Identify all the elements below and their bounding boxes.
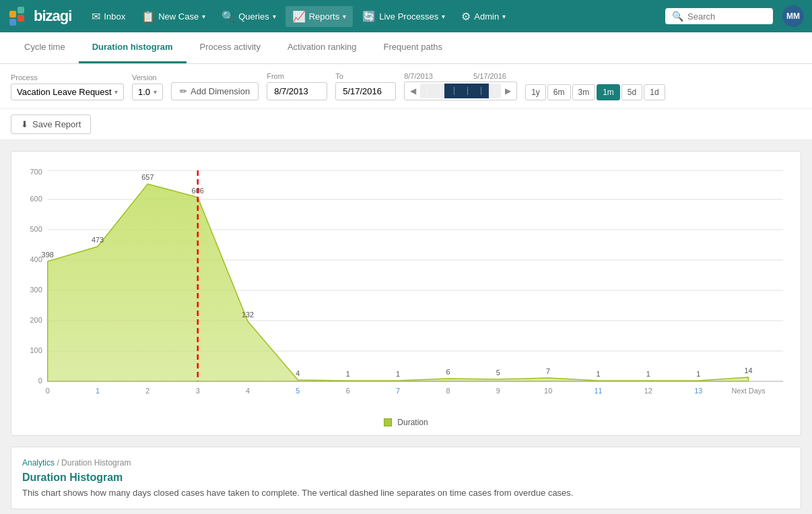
svg-text:1: 1 [396, 370, 400, 378]
tab-duration-histogram[interactable]: Duration histogram [79, 32, 187, 63]
range-start-label: 8/7/2013 [404, 72, 433, 80]
svg-text:13: 13 [694, 387, 702, 395]
range-prev-icon[interactable]: ◀ [409, 85, 417, 97]
new-case-arrow: ▾ [202, 13, 205, 20]
nav-new-case[interactable]: 📋 New Case ▾ [135, 6, 212, 27]
time-6m[interactable]: 6m [547, 84, 571, 100]
avatar-initials: MM [786, 11, 800, 21]
from-label: From [267, 72, 327, 80]
version-field: Version 1.0 ▾ [132, 73, 163, 100]
range-next-icon[interactable]: ▶ [504, 85, 512, 97]
svg-text:1: 1 [596, 370, 600, 378]
nav-inbox[interactable]: ✉ Inbox [85, 6, 132, 27]
add-dimension-button[interactable]: ✏ Add Dimension [171, 82, 259, 100]
logo[interactable]: bizagi [8, 5, 71, 27]
to-input[interactable] [335, 82, 396, 100]
range-track[interactable] [420, 84, 501, 98]
svg-text:5: 5 [496, 368, 500, 377]
time-1y[interactable]: 1y [525, 84, 546, 100]
svg-text:4: 4 [296, 369, 300, 377]
svg-text:400: 400 [30, 255, 42, 263]
svg-text:2: 2 [145, 387, 149, 395]
live-processes-arrow: ▾ [442, 13, 445, 20]
to-field: To [335, 72, 396, 100]
version-select[interactable]: 1.0 [138, 87, 151, 97]
chart-area [48, 184, 749, 381]
nav-queries[interactable]: 🔍 Queries ▾ [215, 6, 283, 27]
duration-histogram-chart: 0 100 200 300 400 500 600 700 398 473 [22, 168, 790, 410]
nav-reports-label: Reports [309, 11, 340, 22]
version-select-wrap[interactable]: 1.0 ▾ [132, 84, 163, 100]
svg-text:8: 8 [446, 387, 450, 395]
info-box: Analytics / Duration Histogram Duration … [11, 447, 801, 509]
time-1d[interactable]: 1d [644, 84, 665, 100]
svg-text:9: 9 [496, 387, 500, 395]
svg-text:200: 200 [30, 316, 42, 324]
range-ticks [420, 84, 501, 98]
avatar[interactable]: MM [782, 5, 804, 27]
breadcrumb: Analytics / Duration Histogram [22, 458, 790, 468]
info-title: Duration Histogram [22, 472, 790, 484]
svg-rect-1 [18, 7, 24, 13]
search-icon: 🔍 [672, 11, 683, 22]
chart-legend: Duration [22, 418, 790, 427]
svg-text:11: 11 [594, 387, 602, 395]
process-select[interactable]: Vacation Leave Request [17, 87, 112, 97]
time-3m[interactable]: 3m [572, 84, 596, 100]
svg-text:1: 1 [96, 387, 100, 395]
svg-text:Next Days: Next Days [731, 387, 766, 395]
svg-text:6: 6 [346, 387, 350, 395]
pencil-icon: ✏ [180, 86, 187, 96]
nav-admin[interactable]: ⚙ Admin ▾ [454, 6, 512, 27]
svg-text:1: 1 [696, 370, 700, 378]
svg-text:100: 100 [30, 346, 42, 354]
process-field: Process Vacation Leave Request ▾ [11, 73, 124, 100]
from-input[interactable] [267, 82, 327, 100]
svg-text:1: 1 [346, 370, 350, 378]
search-box[interactable]: 🔍 [665, 8, 773, 24]
svg-text:132: 132 [242, 311, 254, 319]
new-case-icon: 📋 [141, 10, 155, 23]
inbox-icon: ✉ [92, 10, 100, 23]
admin-arrow: ▾ [502, 13, 506, 20]
svg-text:1: 1 [646, 370, 650, 378]
version-label: Version [132, 73, 163, 82]
svg-text:657: 657 [141, 173, 154, 181]
nav-queries-label: Queries [238, 11, 269, 22]
process-select-wrap[interactable]: Vacation Leave Request ▾ [11, 84, 124, 100]
logo-text: bizagi [34, 7, 71, 25]
info-description: This chart shows how many days closed ca… [22, 488, 790, 498]
save-btn-row: ⬇ Save Report [0, 109, 812, 140]
nav-live-processes-label: Live Processes [379, 11, 438, 22]
svg-text:473: 473 [92, 236, 104, 244]
tab-frequent-paths[interactable]: Frequent paths [370, 32, 456, 63]
reports-arrow: ▾ [343, 13, 346, 20]
process-select-arrow: ▾ [114, 88, 118, 96]
tab-cycle-time[interactable]: Cycle time [11, 32, 79, 63]
tab-process-activity[interactable]: Process activity [187, 32, 274, 63]
live-processes-icon: 🔄 [362, 10, 376, 23]
queries-icon: 🔍 [222, 10, 235, 23]
nav-live-processes[interactable]: 🔄 Live Processes ▾ [356, 6, 452, 27]
tab-activation-ranking[interactable]: Activation ranking [274, 32, 370, 63]
range-end-label: 5/17/2016 [473, 72, 506, 80]
save-report-button[interactable]: ⬇ Save Report [11, 115, 91, 134]
svg-text:600: 600 [30, 195, 42, 203]
nav-reports[interactable]: 📈 Reports ▾ [285, 6, 353, 27]
svg-text:3: 3 [196, 387, 200, 395]
save-label: Save Report [32, 119, 81, 129]
svg-text:500: 500 [30, 225, 42, 233]
nav-admin-label: Admin [474, 11, 499, 22]
svg-text:700: 700 [30, 168, 42, 176]
time-5d[interactable]: 5d [621, 84, 642, 100]
process-label: Process [11, 73, 124, 82]
range-area[interactable]: ◀ ▶ [404, 82, 517, 100]
logo-icon [8, 5, 30, 27]
svg-text:300: 300 [30, 286, 42, 294]
breadcrumb-analytics[interactable]: Analytics [22, 458, 55, 468]
search-input[interactable] [687, 11, 762, 22]
nav-inbox-label: Inbox [104, 11, 125, 22]
svg-text:10: 10 [544, 387, 552, 395]
add-dimension-label: Add Dimension [191, 86, 250, 96]
time-1m[interactable]: 1m [597, 84, 620, 100]
